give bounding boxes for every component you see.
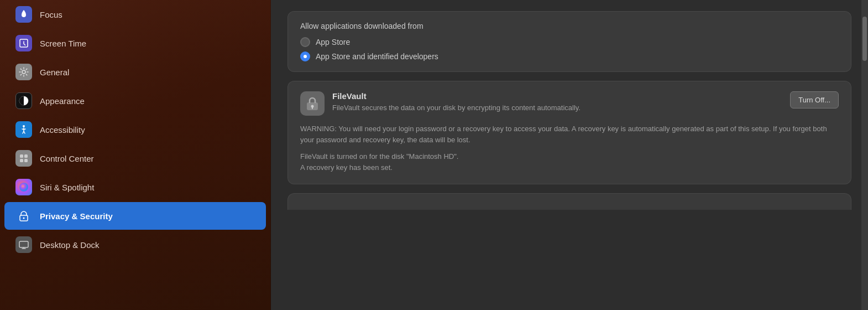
sidebar-item-label-screen-time: Screen Time <box>40 39 86 48</box>
radio-app-store[interactable]: App Store <box>300 37 839 47</box>
svg-point-1 <box>22 70 25 74</box>
accessibility-icon <box>15 121 32 138</box>
filevault-status: FileVault is turned on for the disk "Mac… <box>300 151 839 173</box>
radio-app-store-developers-label: App Store and identified developers <box>316 52 438 61</box>
sidebar-item-label-desktop: Desktop & Dock <box>40 240 100 250</box>
siri-icon <box>15 179 32 195</box>
screen-time-icon <box>15 35 32 51</box>
sidebar-item-control-center[interactable]: Control Center <box>4 144 266 172</box>
sidebar-item-general[interactable]: General <box>4 58 266 86</box>
sidebar-item-appearance[interactable]: Appearance <box>4 87 266 115</box>
sidebar: FocusScreen TimeGeneralAppearanceAccessi… <box>0 0 271 310</box>
sidebar-item-label-appearance: Appearance <box>40 96 85 106</box>
svg-rect-11 <box>19 241 28 247</box>
sidebar-item-label-accessibility: Accessibility <box>40 125 85 135</box>
scrollbar-track[interactable] <box>861 0 868 310</box>
radio-app-store-label: App Store <box>316 38 350 46</box>
filevault-status-line1: FileVault is turned on for the disk "Mac… <box>300 152 458 161</box>
sidebar-item-accessibility[interactable]: Accessibility <box>4 116 266 143</box>
filevault-left: FileVault FileVault secures the data on … <box>300 91 581 116</box>
svg-rect-7 <box>24 159 28 162</box>
sidebar-item-screen-time[interactable]: Screen Time <box>4 29 266 57</box>
privacy-icon <box>15 208 32 224</box>
filevault-header: FileVault FileVault secures the data on … <box>300 91 839 116</box>
scrollbar-thumb[interactable] <box>862 17 867 61</box>
radio-group: App Store App Store and identified devel… <box>300 37 839 61</box>
svg-rect-6 <box>20 159 23 162</box>
main-content: Allow applications downloaded from App S… <box>271 0 868 310</box>
sidebar-item-desktop[interactable]: Desktop & Dock <box>4 231 266 259</box>
svg-point-3 <box>23 125 25 127</box>
next-card-hint <box>287 193 851 210</box>
radio-app-store-developers[interactable]: App Store and identified developers <box>300 51 839 61</box>
filevault-title-block: FileVault FileVault secures the data on … <box>332 91 581 113</box>
radio-app-store-developers-circle <box>300 51 310 61</box>
allow-apps-title: Allow applications downloaded from <box>300 22 839 30</box>
control-center-icon <box>15 150 32 167</box>
allow-apps-card: Allow applications downloaded from App S… <box>287 11 851 72</box>
appearance-icon <box>15 92 32 109</box>
sidebar-item-label-focus: Focus <box>40 10 62 19</box>
sidebar-item-privacy[interactable]: Privacy & Security <box>4 202 266 230</box>
focus-icon <box>15 6 32 23</box>
sidebar-item-label-control-center: Control Center <box>40 154 94 163</box>
svg-point-10 <box>23 218 25 219</box>
filevault-title: FileVault <box>332 91 581 101</box>
filevault-warning: WARNING: You will need your login passwo… <box>300 123 839 146</box>
turn-off-button[interactable]: Turn Off... <box>790 91 839 108</box>
sidebar-item-focus[interactable]: Focus <box>4 1 266 28</box>
general-icon <box>15 64 32 80</box>
svg-point-8 <box>19 183 28 192</box>
filevault-icon <box>300 91 325 116</box>
sidebar-item-label-siri: Siri & Spotlight <box>40 183 94 192</box>
filevault-card: FileVault FileVault secures the data on … <box>287 81 851 184</box>
radio-app-store-circle <box>300 37 310 47</box>
filevault-status-line2: A recovery key has been set. <box>300 163 393 172</box>
svg-rect-5 <box>24 154 28 158</box>
desktop-icon <box>15 236 32 253</box>
svg-rect-4 <box>20 154 23 158</box>
sidebar-item-siri[interactable]: Siri & Spotlight <box>4 173 266 201</box>
sidebar-item-label-general: General <box>40 68 69 77</box>
filevault-subtitle: FileVault secures the data on your disk … <box>332 103 581 113</box>
sidebar-item-label-privacy: Privacy & Security <box>40 211 113 221</box>
